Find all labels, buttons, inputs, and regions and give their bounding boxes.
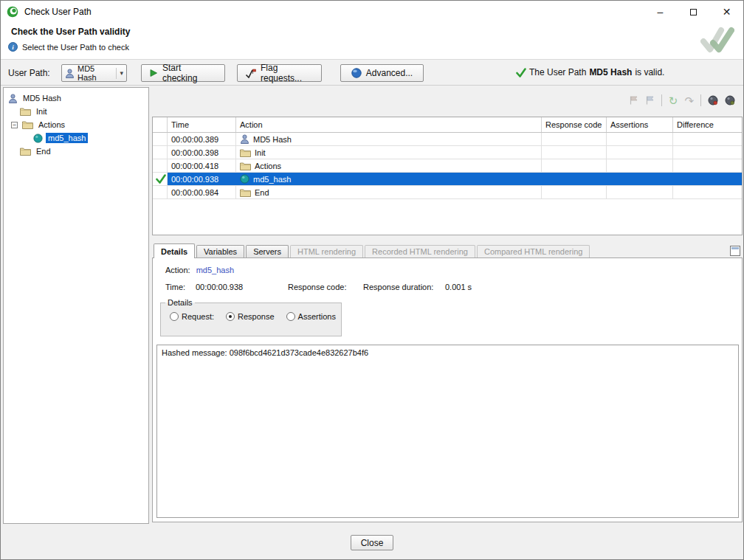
row-difference-cell <box>673 146 742 159</box>
tab-html-rendering: HTML rendering <box>290 245 363 257</box>
radio-assertions[interactable]: Assertions <box>286 312 336 321</box>
action-value-link[interactable]: md5_hash <box>196 266 234 274</box>
column-header-time[interactable]: Time <box>168 117 236 132</box>
advanced-label: Advanced... <box>366 68 413 78</box>
tree-item-label: End <box>34 146 53 156</box>
tab-compared-html-rendering: Compared HTML rendering <box>477 245 590 257</box>
toolbar-replay-step-icon: ↷ <box>684 95 694 106</box>
row-time-cell: 00:00:00.938 <box>168 173 236 185</box>
result-row-actions[interactable]: 00:00:00.418Actions <box>153 159 742 173</box>
minimize-button[interactable]: – <box>644 1 677 23</box>
tab-details[interactable]: Details <box>154 243 195 258</box>
details-group: Details Request:ResponseAssertions <box>160 298 342 336</box>
response-code-label: Response code: <box>288 283 347 291</box>
action-row: Action: md5_hash <box>165 266 234 274</box>
column-header-status <box>153 117 168 132</box>
tree-item-md5-hash[interactable]: md5_hash <box>4 131 148 145</box>
row-assertions-cell <box>607 146 673 159</box>
tab-label: Recorded HTML rendering <box>372 247 468 256</box>
row-difference-cell <box>673 133 742 145</box>
column-header-label: Response code <box>545 120 602 129</box>
user-icon <box>240 134 249 144</box>
window-controls: – ✕ <box>644 1 743 23</box>
radio-label: Assertions <box>298 312 336 321</box>
result-row-init[interactable]: 00:00:00.398Init <box>153 146 742 159</box>
row-status-cell <box>153 186 168 198</box>
main-toolbar: User Path: MD5 Hash ▾ Start checking Fla… <box>1 59 743 86</box>
result-row-md5-hash[interactable]: 00:00:00.389MD5 Hash <box>153 133 742 146</box>
row-action-cell: Init <box>236 146 542 159</box>
result-row-end[interactable]: 00:00:00.984End <box>153 186 742 199</box>
radio-response[interactable]: Response <box>226 312 275 321</box>
tree-item-actions[interactable]: −Actions <box>4 118 148 131</box>
tree-item-md5-hash[interactable]: MD5 Hash <box>4 91 148 105</box>
window-title: Check User Path <box>24 7 92 17</box>
folder-icon <box>22 120 33 129</box>
radio-request[interactable]: Request: <box>170 312 214 321</box>
close-window-button[interactable]: ✕ <box>710 1 743 23</box>
radio-circle-icon <box>170 312 179 321</box>
toolbar-remove-flag-icon <box>629 95 638 106</box>
valid-check-icon <box>516 68 526 77</box>
advanced-button[interactable]: Advanced... <box>340 64 424 82</box>
wizard-subtitle: Select the User Path to check <box>22 43 129 52</box>
toolbar-add-flag-icon <box>645 95 655 106</box>
column-header-action[interactable]: Action <box>236 117 542 132</box>
globe-icon <box>351 68 362 78</box>
action-label: Action: <box>165 266 190 274</box>
tree-item-label: Actions <box>36 120 67 130</box>
toolbar-record-icon[interactable] <box>708 95 718 106</box>
folder-icon <box>20 147 31 156</box>
tree-item-label: Init <box>34 106 49 117</box>
user-path-value: MD5 Hash <box>78 64 113 82</box>
chevron-down-icon: ▾ <box>116 68 123 79</box>
row-response-code-cell <box>542 186 607 198</box>
column-header-label: Difference <box>677 120 714 129</box>
row-assertions-cell <box>607 133 673 145</box>
start-checking-button[interactable]: Start checking <box>141 64 225 82</box>
tree-item-end[interactable]: End <box>4 145 148 158</box>
toolbar-replay-icon: ↻ <box>669 95 678 106</box>
action-icon <box>33 134 43 143</box>
radio-circle-icon <box>286 312 295 321</box>
tab-label: HTML rendering <box>297 247 356 256</box>
response-content-view[interactable]: Hashed message: 098f6bcd4621d373cade4e83… <box>156 345 739 518</box>
tab-servers[interactable]: Servers <box>246 245 289 257</box>
play-icon <box>149 69 158 77</box>
tree-item-init[interactable]: Init <box>4 105 148 118</box>
row-action-label: Actions <box>255 162 281 170</box>
radio-label: Response <box>238 312 275 321</box>
user-icon <box>65 69 75 78</box>
titlebar: Check User Path – ✕ <box>1 1 743 23</box>
column-header-difference[interactable]: Difference <box>673 117 742 132</box>
folder-icon <box>20 107 31 116</box>
user-path-tree: MD5 HashInit−Actionsmd5_hashEnd <box>3 87 149 524</box>
start-checking-label: Start checking <box>162 63 217 83</box>
flag-requests-label: Flag requests... <box>261 63 314 83</box>
maximize-button[interactable] <box>677 1 710 23</box>
collapse-handle-icon[interactable]: − <box>11 122 18 128</box>
row-response-code-cell <box>542 159 607 172</box>
flag-requests-button[interactable]: Flag requests... <box>237 64 322 82</box>
row-status-cell <box>153 146 168 159</box>
toolbar-record-options-icon[interactable] <box>725 95 735 106</box>
timing-row: Time: 00:00:00.938 Response code: Respon… <box>153 283 742 293</box>
row-assertions-cell <box>607 173 673 185</box>
tab-label: Details <box>161 247 187 256</box>
result-row-md5-hash[interactable]: 00:00:00.938md5_hash <box>153 173 742 186</box>
details-group-title: Details <box>165 298 195 307</box>
column-header-label: Time <box>171 120 189 129</box>
maximize-panel-icon[interactable] <box>730 246 740 256</box>
row-difference-cell <box>673 159 742 172</box>
maximize-icon <box>690 9 697 15</box>
tab-variables[interactable]: Variables <box>196 245 244 257</box>
row-response-code-cell <box>542 173 607 185</box>
user-path-dropdown[interactable]: MD5 Hash ▾ <box>61 64 127 82</box>
details-radio-group: Request:ResponseAssertions <box>161 307 341 321</box>
time-label: Time: <box>165 283 185 291</box>
row-difference-cell <box>673 173 742 185</box>
results-body: 00:00:00.389MD5 Hash00:00:00.398Init00:0… <box>153 133 742 199</box>
column-header-response-code[interactable]: Response code <box>542 117 607 132</box>
column-header-assertions[interactable]: Assertions <box>607 117 673 132</box>
close-dialog-button[interactable]: Close <box>351 535 393 550</box>
